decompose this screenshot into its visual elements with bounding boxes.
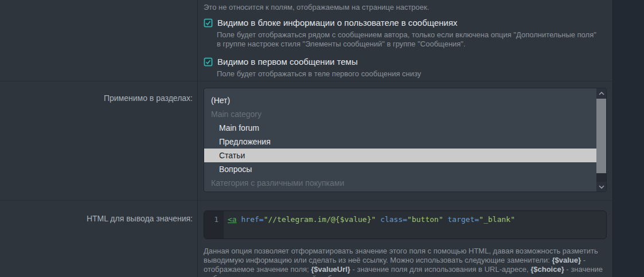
settings-form-panel: Это не относится к полям, отображаемым н…: [0, 0, 613, 277]
section-option[interactable]: Main forum: [204, 121, 596, 135]
visibility-form-row: Это не относится к полям, отображаемым н…: [0, 0, 613, 81]
sections-multiselect[interactable]: (Нет)Main categoryMain forumПредложенияС…: [204, 88, 607, 192]
checkbox-label: Видимо в блоке информации о пользователе…: [217, 17, 458, 28]
scrollbar[interactable]: [596, 88, 606, 192]
html-row-description: Данная опция позволяет отформатировать з…: [204, 247, 607, 277]
checkbox-checked-icon[interactable]: [204, 18, 213, 28]
checkbox-description: Поле будет отображаться в теле первого с…: [217, 69, 607, 79]
visibility-row-label: [0, 0, 198, 81]
section-option[interactable]: Статьи: [204, 149, 596, 162]
sections-option-list: (Нет)Main categoryMain forumПредложенияС…: [204, 93, 596, 190]
sections-form-row: Применимо в разделах: (Нет)Main category…: [0, 81, 613, 200]
scrollbar-thumb[interactable]: [596, 99, 606, 173]
scrollbar-up-button[interactable]: [596, 88, 606, 98]
section-option[interactable]: (Нет): [204, 93, 596, 107]
code-editor-line[interactable]: <a href="//telegram.im/@{$value}" class=…: [224, 211, 515, 239]
section-option[interactable]: Вопросы: [204, 162, 596, 176]
code-editor[interactable]: 1 <a href="//telegram.im/@{$value}" clas…: [204, 210, 607, 239]
chevron-down-icon: [599, 185, 604, 189]
section-option: Категория с различными покупками: [204, 176, 596, 190]
checkbox-visible-in-first-post[interactable]: Видимо в первом сообщении темы: [204, 56, 607, 67]
scrollbar-down-button[interactable]: [596, 182, 606, 192]
checkbox-visible-in-user-info[interactable]: Видимо в блоке информации о пользователе…: [204, 17, 607, 28]
code-editor-gutter: 1: [204, 211, 224, 239]
line-number: 1: [204, 214, 218, 225]
checkbox-checked-icon[interactable]: [204, 57, 213, 67]
checkbox-label: Видимо в первом сообщении темы: [217, 56, 358, 67]
sections-row-label: Применимо в разделах:: [0, 81, 198, 200]
html-row-label: HTML для вывода значения:: [0, 201, 198, 277]
section-option[interactable]: Предложения: [204, 135, 596, 149]
section-option: Main category: [204, 107, 596, 121]
checkbox-description: Поле будет отображаться рядом с сообщени…: [217, 30, 607, 49]
settings-page-note: Это не относится к полям, отображаемым н…: [204, 3, 607, 12]
chevron-up-icon: [599, 92, 604, 95]
html-output-form-row: HTML для вывода значения: 1 <a href="//t…: [0, 200, 613, 277]
